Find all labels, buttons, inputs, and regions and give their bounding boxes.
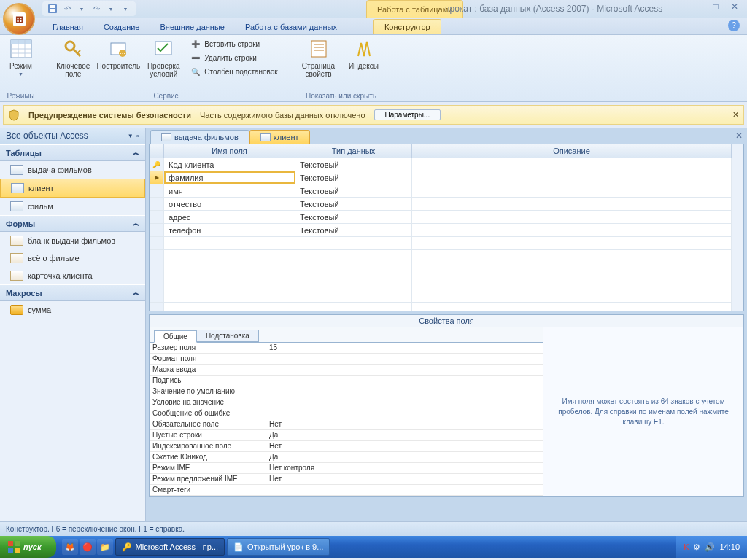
prop-value[interactable] <box>266 365 543 375</box>
builder-button[interactable]: ⋯ Построитель <box>98 37 139 78</box>
save-icon[interactable] <box>47 3 58 15</box>
validation-button[interactable]: Проверка условий <box>143 37 184 78</box>
prop-value[interactable]: Да <box>266 430 543 440</box>
prop-value[interactable]: Нет <box>266 441 543 451</box>
minimize-button[interactable]: — <box>690 1 703 12</box>
nav-form-blank[interactable]: бланк выдачи фильмов <box>0 232 145 249</box>
tab-dbtools[interactable]: Работа с базами данных <box>235 20 347 34</box>
props-tab-general[interactable]: Общие <box>154 330 197 343</box>
prop-value[interactable] <box>266 386 543 397</box>
insert-rows-button[interactable]: ➕Вставить строки <box>188 37 279 50</box>
field-type-cell[interactable]: Текстовый <box>295 171 412 184</box>
undo-icon[interactable]: ↶ <box>61 3 73 15</box>
close-button[interactable]: ✕ <box>728 1 741 12</box>
tab-home[interactable]: Главная <box>42 20 93 34</box>
col-data-type[interactable]: Тип данных <box>295 144 412 158</box>
tray-item-icon[interactable]: ⚙ <box>693 542 700 552</box>
field-desc-cell[interactable] <box>412 158 732 171</box>
row-selector[interactable] <box>150 211 164 223</box>
field-desc-cell[interactable] <box>412 211 732 223</box>
tray-item-icon[interactable]: 🔊 <box>705 542 715 552</box>
prop-value[interactable]: Да <box>266 452 543 462</box>
field-row[interactable]: отчествоТекстовый <box>150 198 732 211</box>
field-desc-cell[interactable] <box>412 198 732 210</box>
security-close-button[interactable]: ✕ <box>732 110 739 120</box>
prop-value[interactable]: Нет <box>266 474 543 484</box>
col-field-name[interactable]: Имя поля <box>164 144 295 158</box>
maximize-button[interactable]: □ <box>709 1 722 12</box>
empty-row[interactable] <box>150 289 732 303</box>
property-row[interactable]: Смарт-теги <box>150 485 543 496</box>
field-row[interactable]: имяТекстовый <box>150 184 732 198</box>
property-row[interactable]: Режим IMEНет контроля <box>150 463 543 474</box>
redo-dropdown-icon[interactable]: ▼ <box>105 3 117 15</box>
row-selector[interactable] <box>150 171 164 184</box>
property-row[interactable]: Значение по умолчанию <box>150 386 543 397</box>
nav-form-klient[interactable]: карточка клиента <box>0 267 145 284</box>
lookup-column-button[interactable]: 🔍Столбец подстановок <box>188 65 279 78</box>
field-name-cell[interactable]: Код клиента <box>164 158 295 171</box>
empty-row[interactable] <box>150 276 732 289</box>
vertical-scrollbar[interactable] <box>732 158 743 311</box>
nav-collapse-icon[interactable]: « <box>136 133 139 139</box>
prop-value[interactable] <box>266 485 543 495</box>
prop-value[interactable]: 15 <box>266 343 543 353</box>
undo-dropdown-icon[interactable]: ▼ <box>76 3 88 15</box>
view-button[interactable]: Режим ▼ <box>1 37 42 77</box>
primary-key-button[interactable]: Ключевое поле <box>53 37 93 78</box>
field-type-cell[interactable]: Текстовый <box>295 184 412 197</box>
props-grid[interactable]: Размер поля15Формат поляМаска вводаПодпи… <box>150 343 543 496</box>
property-row[interactable]: Сжатие ЮникодДа <box>150 452 543 463</box>
row-selector-header[interactable] <box>150 144 164 158</box>
property-sheet-button[interactable]: Страница свойств <box>298 37 339 78</box>
office-button[interactable]: ⊞ <box>3 3 35 35</box>
empty-row[interactable] <box>150 237 732 250</box>
row-selector[interactable] <box>150 198 164 210</box>
doc-tab-klient[interactable]: клиент <box>249 130 310 144</box>
doc-tab-vydacha[interactable]: выдача фильмов <box>150 130 249 144</box>
property-row[interactable]: Обязательное полеНет <box>150 419 543 430</box>
property-row[interactable]: Условие на значение <box>150 397 543 408</box>
field-type-cell[interactable]: Текстовый <box>295 211 412 223</box>
empty-row[interactable] <box>150 263 732 276</box>
help-icon[interactable]: ? <box>728 20 740 31</box>
quick-launch-item[interactable]: 🔴 <box>80 539 96 555</box>
nav-header[interactable]: Все объекты Access ▼« <box>0 128 145 144</box>
property-row[interactable]: Формат поля <box>150 354 543 365</box>
field-name-cell[interactable]: адрес <box>164 211 295 223</box>
quick-launch-item[interactable]: 📁 <box>97 539 113 555</box>
quick-launch-item[interactable]: 🦊 <box>62 539 78 555</box>
nav-macro-summa[interactable]: сумма <box>0 301 145 319</box>
nav-cat-macros[interactable]: Макросы︽ <box>0 284 145 301</box>
field-row[interactable]: телефонТекстовый <box>150 224 732 237</box>
prop-value[interactable] <box>266 397 543 408</box>
prop-value[interactable] <box>266 376 543 386</box>
tab-design[interactable]: Конструктор <box>374 19 441 34</box>
property-row[interactable]: Маска ввода <box>150 365 543 376</box>
nav-cat-forms[interactable]: Формы︽ <box>0 215 145 232</box>
indexes-button[interactable]: Индексы <box>344 37 384 78</box>
empty-row[interactable] <box>150 250 732 263</box>
col-description[interactable]: Описание <box>412 144 732 158</box>
field-type-cell[interactable]: Текстовый <box>295 198 412 210</box>
props-tab-lookup[interactable]: Подстановка <box>196 330 259 342</box>
qat-customize-icon[interactable]: ▼ <box>120 3 131 15</box>
redo-icon[interactable]: ↷ <box>90 3 102 15</box>
property-row[interactable]: Подпись <box>150 376 543 386</box>
empty-row[interactable] <box>150 303 732 311</box>
doc-close-button[interactable]: ✕ <box>735 131 743 141</box>
taskbar-item-access[interactable]: 🔑Microsoft Access - пр... <box>115 538 225 556</box>
row-selector[interactable] <box>150 184 164 197</box>
clock[interactable]: 14:10 <box>719 542 740 551</box>
field-desc-cell[interactable] <box>412 224 732 236</box>
delete-rows-button[interactable]: ➖Удалить строки <box>188 51 279 64</box>
nav-cat-tables[interactable]: Таблицы︽ <box>0 144 145 161</box>
nav-table-vydacha[interactable]: выдача фильмов <box>0 161 145 179</box>
property-row[interactable]: Пустые строкиДа <box>150 430 543 441</box>
field-row[interactable]: адресТекстовый <box>150 211 732 224</box>
field-name-cell[interactable]: имя <box>164 184 295 197</box>
property-row[interactable]: Сообщение об ошибке <box>150 408 543 419</box>
field-name-cell[interactable]: фамилия <box>164 171 295 184</box>
field-name-cell[interactable]: телефон <box>164 224 295 236</box>
prop-value[interactable]: Нет контроля <box>266 463 543 473</box>
